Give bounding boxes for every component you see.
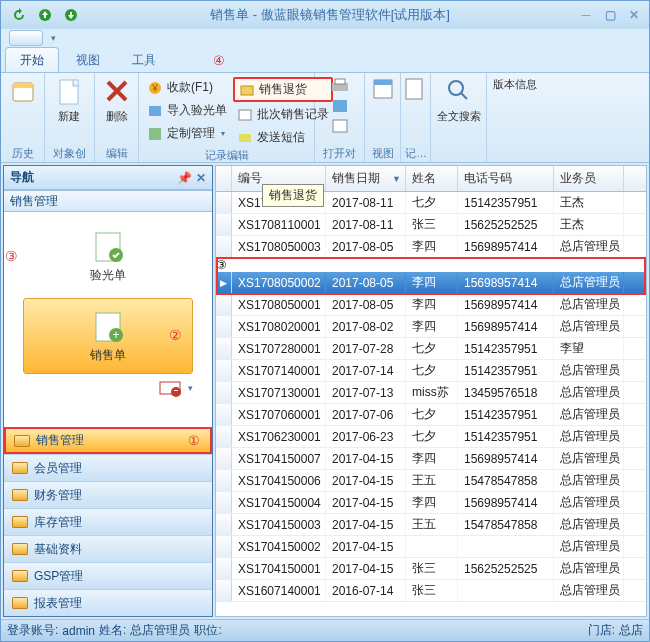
table-row[interactable]: XS17041500062017-04-15王五15478547858总店管理员 (216, 470, 646, 492)
log-button[interactable] (405, 75, 431, 109)
nav-item-basic[interactable]: 基础资料 (4, 535, 212, 562)
table-row[interactable]: XS17071300012017-07-13miss苏13459576518总店… (216, 382, 646, 404)
nav-item-report[interactable]: 报表管理 (4, 589, 212, 616)
fullsearch-button[interactable]: 全文搜索 (435, 75, 483, 126)
chevron-down-icon[interactable]: ▾ (188, 383, 193, 393)
table-row[interactable]: XS16071400012016-07-14张三总店管理员 (216, 580, 646, 602)
close-button[interactable]: ✕ (625, 7, 643, 23)
annotation-1: ① (188, 433, 200, 448)
qat-refresh[interactable] (7, 4, 31, 26)
app-menu[interactable] (9, 30, 43, 46)
receipt-button[interactable]: ¥收款(F1) (143, 77, 231, 98)
annotation-4: ④ (213, 53, 225, 72)
table-row[interactable]: XS17080500012017-08-05李四15698957414总店管理员 (216, 294, 646, 316)
folder-icon (12, 489, 28, 501)
folder-icon (12, 543, 28, 555)
history-button[interactable] (5, 75, 40, 109)
new-button[interactable]: 新建 (49, 75, 89, 126)
nav-section-header[interactable]: 销售管理 (4, 190, 212, 212)
qat-down[interactable] (59, 4, 83, 26)
table-row[interactable]: XS17070600012017-07-06七夕15142357951总店管理员 (216, 404, 646, 426)
nav-card-sales[interactable]: ② + 销售单 (23, 298, 193, 374)
svg-point-19 (449, 81, 463, 95)
nav-more-icon[interactable] (156, 378, 184, 398)
svg-text:¥: ¥ (151, 83, 158, 94)
annotation-3-row: ③ (216, 258, 227, 272)
print-icon[interactable] (330, 77, 350, 95)
folder-icon (12, 597, 28, 609)
nav-title: 导航 (10, 169, 34, 186)
nav-item-sales[interactable]: 销售管理① (4, 427, 212, 454)
svg-rect-8 (149, 128, 161, 140)
svg-rect-7 (149, 106, 161, 116)
svg-rect-27 (174, 390, 178, 391)
svg-rect-11 (239, 134, 251, 142)
col-emp[interactable]: 业务员 (554, 166, 624, 191)
qat-up[interactable] (33, 4, 57, 26)
nav-item-gsp[interactable]: GSP管理 (4, 562, 212, 589)
maximize-button[interactable]: ▢ (601, 7, 619, 23)
nav-list: 销售管理① 会员管理 财务管理 库存管理 基础资料 GSP管理 报表管理 (4, 427, 212, 616)
annotation-2: ② (169, 327, 182, 343)
preview-icon[interactable] (330, 117, 350, 135)
nav-card-optometry[interactable]: ③ 验光单 (23, 218, 193, 294)
table-row[interactable]: XS17041500012017-04-15张三15625252525总店管理员 (216, 558, 646, 580)
table-row[interactable]: XS17071400012017-07-14七夕15142357951总店管理员 (216, 360, 646, 382)
table-row[interactable]: XS17080500032017-08-05李四15698957414总店管理员 (216, 236, 646, 258)
folder-icon (12, 570, 28, 582)
table-row[interactable]: XS17080200012017-08-02李四15698957414总店管理员 (216, 316, 646, 338)
version-button[interactable]: 版本信息 (491, 75, 539, 94)
folder-icon (14, 435, 30, 447)
delete-button[interactable]: 删除 (99, 75, 134, 126)
col-phone[interactable]: 电话号码 (458, 166, 554, 191)
folder-icon (12, 462, 28, 474)
table-row[interactable]: ▶XS17080500022017-08-05李四15698957414总店管理… (216, 272, 646, 294)
ribbon: 历史 新建对象创建 删除编辑 ¥收款(F1) 导入验光单 定制管理▾ 销售退货 … (1, 73, 649, 163)
custom-manage-button[interactable]: 定制管理▾ (143, 123, 231, 144)
svg-rect-13 (335, 79, 345, 84)
table-row[interactable]: XS17041500032017-04-15王五15478547858总店管理员 (216, 514, 646, 536)
svg-text:+: + (112, 328, 119, 342)
table-row[interactable]: XS17072800012017-07-28七夕15142357951李望 (216, 338, 646, 360)
annotation-3: ③ (5, 248, 18, 264)
data-grid: 编号销售退货 销售日期▼ 姓名 电话号码 业务员 XS1708110002201… (215, 165, 647, 617)
tab-tools[interactable]: 工具 (117, 47, 171, 72)
svg-rect-3 (13, 83, 33, 88)
svg-rect-10 (239, 110, 251, 120)
svg-rect-18 (406, 79, 422, 99)
nav-close-icon[interactable]: ✕ (196, 171, 206, 185)
export-icon[interactable] (330, 97, 350, 115)
svg-rect-14 (333, 100, 347, 112)
folder-icon (12, 516, 28, 528)
col-id[interactable]: 编号销售退货 (232, 166, 326, 191)
svg-rect-9 (241, 86, 253, 95)
status-bar: 登录账号:admin 姓名:总店管理员 职位: 门店:总店 (1, 619, 649, 641)
ribbon-tabs: 开始 视图 工具 ④ (1, 47, 649, 73)
table-row[interactable]: XS17041500072017-04-15李四15698957414总店管理员 (216, 448, 646, 470)
view-button[interactable] (369, 75, 401, 109)
window-title: 销售单 - 傲蓝眼镜销售管理软件[试用版本] (83, 6, 577, 24)
nav-item-member[interactable]: 会员管理 (4, 454, 212, 481)
col-name[interactable]: 姓名 (406, 166, 458, 191)
import-optometry-button[interactable]: 导入验光单 (143, 100, 231, 121)
nav-item-finance[interactable]: 财务管理 (4, 481, 212, 508)
titlebar: 销售单 - 傲蓝眼镜销售管理软件[试用版本] ─ ▢ ✕ (1, 1, 649, 29)
nav-panel: 导航📌✕ 销售管理 ③ 验光单 ② + 销售单 ▾ 销售管理① 会员管理 财务管… (3, 165, 213, 617)
header-tooltip: 销售退货 (262, 184, 324, 207)
table-row[interactable]: XS17062300012017-06-23七夕15142357951总店管理员 (216, 426, 646, 448)
tab-start[interactable]: 开始 (5, 47, 59, 72)
pin-icon[interactable]: 📌 (177, 171, 192, 185)
table-row[interactable]: XS17041500022017-04-15总店管理员 (216, 536, 646, 558)
nav-item-stock[interactable]: 库存管理 (4, 508, 212, 535)
tab-view[interactable]: 视图 (61, 47, 115, 72)
grid-header: 编号销售退货 销售日期▼ 姓名 电话号码 业务员 (216, 166, 646, 192)
table-row[interactable]: XS17081100012017-08-11张三15625252525王杰 (216, 214, 646, 236)
minimize-button[interactable]: ─ (577, 7, 595, 23)
svg-rect-15 (333, 120, 347, 132)
sort-desc-icon: ▼ (392, 174, 401, 184)
col-date[interactable]: 销售日期▼ (326, 166, 406, 191)
svg-rect-17 (374, 80, 392, 85)
table-row[interactable]: XS17041500042017-04-15李四15698957414总店管理员 (216, 492, 646, 514)
svg-point-26 (171, 387, 181, 397)
